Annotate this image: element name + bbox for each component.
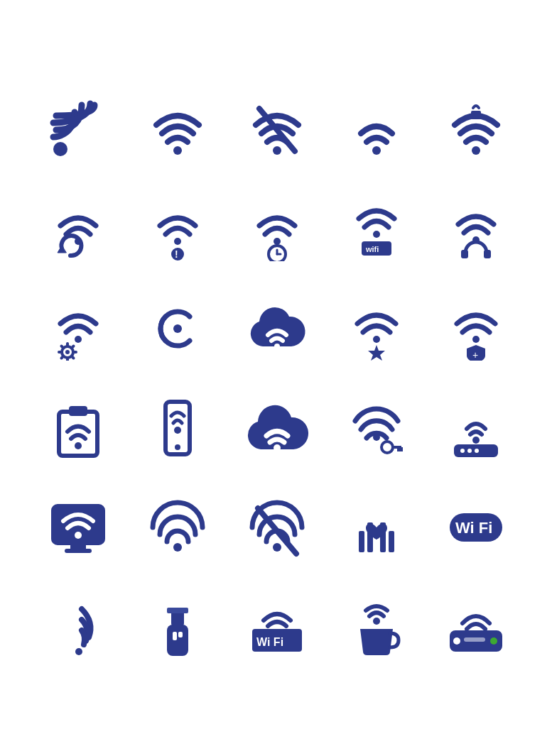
svg-point-16 <box>373 231 380 238</box>
svg-point-82 <box>490 637 497 645</box>
svg-rect-73 <box>167 608 188 613</box>
svg-point-60 <box>75 532 82 539</box>
wifi-key-icon <box>334 385 419 471</box>
wifi-disabled-icon <box>234 87 320 172</box>
svg-rect-67 <box>389 531 394 552</box>
wifi-no-signal-icon <box>234 485 320 570</box>
svg-line-31 <box>72 346 74 348</box>
wifi-warning-icon: ! <box>135 187 220 272</box>
wifi-usb-icon <box>135 584 220 669</box>
svg-point-43 <box>174 427 181 434</box>
wifi-clipboard-icon <box>36 385 121 471</box>
wifi-cloud-solid-icon <box>234 385 320 471</box>
svg-point-35 <box>373 336 380 343</box>
wifi-headphone-icon <box>433 187 519 272</box>
wifi-monitor-icon <box>36 485 121 570</box>
svg-rect-75 <box>178 632 183 637</box>
svg-rect-74 <box>173 632 177 640</box>
wifi-shield-icon: + <box>433 286 519 371</box>
wifi-heart-icon <box>334 485 419 570</box>
wifi-low-icon <box>334 87 419 172</box>
svg-point-37 <box>472 336 480 343</box>
wifi-wave-icon <box>36 584 121 669</box>
wifi-cloud-icon <box>234 286 320 371</box>
svg-point-55 <box>475 449 479 453</box>
wifi-label-icon: wifi <box>334 187 419 272</box>
svg-point-46 <box>373 434 380 441</box>
wifi-settings-icon <box>36 286 121 371</box>
svg-line-29 <box>62 346 64 348</box>
svg-point-34 <box>274 344 280 349</box>
svg-rect-81 <box>464 637 485 642</box>
svg-text:wifi: wifi <box>365 245 379 253</box>
svg-point-1 <box>173 146 182 155</box>
icon-grid: ! wifi <box>0 59 552 698</box>
svg-point-12 <box>274 238 281 245</box>
svg-rect-64 <box>359 531 364 552</box>
svg-point-61 <box>173 543 182 552</box>
svg-rect-59 <box>65 549 92 553</box>
svg-point-62 <box>273 543 281 552</box>
svg-point-4 <box>372 146 381 155</box>
svg-text:!: ! <box>175 248 178 260</box>
svg-rect-71 <box>167 625 188 656</box>
svg-point-53 <box>460 449 465 453</box>
svg-point-80 <box>453 637 460 645</box>
svg-point-51 <box>472 437 480 444</box>
svg-point-3 <box>273 146 281 155</box>
svg-text:+: + <box>472 349 478 361</box>
svg-point-54 <box>467 449 472 453</box>
svg-marker-36 <box>368 345 385 361</box>
svg-marker-8 <box>58 246 66 253</box>
wifi-star-icon <box>334 286 419 371</box>
wifi-broadcast-icon <box>135 286 220 371</box>
wifi-device-icon <box>433 584 519 669</box>
svg-rect-6 <box>471 111 481 119</box>
svg-point-47 <box>381 442 393 453</box>
wifi-secure-icon <box>433 87 519 172</box>
svg-point-24 <box>65 350 70 354</box>
svg-point-78 <box>373 618 380 625</box>
svg-text:Wi Fi: Wi Fi <box>256 636 283 648</box>
wifi-refresh-icon <box>36 187 121 272</box>
svg-text:Wi Fi: Wi Fi <box>455 519 492 537</box>
svg-point-9 <box>174 238 181 245</box>
svg-line-30 <box>72 356 74 358</box>
svg-point-22 <box>75 336 82 343</box>
svg-rect-58 <box>70 543 86 549</box>
svg-rect-21 <box>484 250 491 258</box>
svg-point-70 <box>75 648 82 655</box>
rss-feed-icon <box>36 87 121 172</box>
wifi-signal-icon <box>135 87 220 172</box>
svg-point-45 <box>274 444 281 451</box>
svg-point-33 <box>173 324 182 333</box>
wifi-brand-icon: Wi Fi <box>433 485 519 570</box>
svg-rect-20 <box>461 250 468 258</box>
wifi-coffee-icon <box>334 584 419 669</box>
wifi-clock-icon <box>234 187 320 272</box>
wifi-router-icon <box>433 385 519 471</box>
svg-rect-40 <box>69 406 87 416</box>
svg-point-41 <box>75 442 82 449</box>
wifi-phone-icon <box>135 385 220 471</box>
svg-point-44 <box>175 444 180 450</box>
svg-point-5 <box>472 146 480 155</box>
wifi-sign-icon: Wi Fi <box>234 584 320 669</box>
wifi-signal-full-icon <box>135 485 220 570</box>
svg-line-32 <box>62 356 64 358</box>
